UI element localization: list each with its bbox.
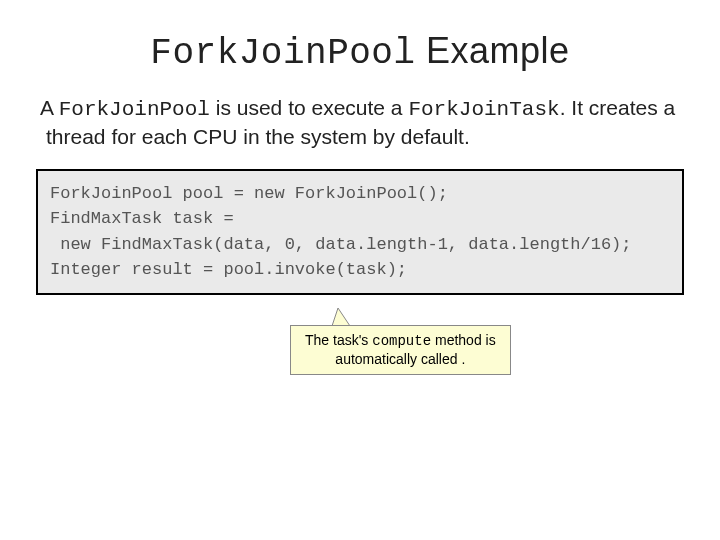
code-line: new FindMaxTask(data, 0, data.length-1, … [50,235,632,254]
callout-text: method is [431,332,496,348]
desc-mono: ForkJoinTask [408,98,559,121]
description: A ForkJoinPool is used to execute a Fork… [40,94,680,151]
callout-text: The task's [305,332,372,348]
slide: ForkJoinPool Example A ForkJoinPool is u… [0,0,720,540]
code-block: ForkJoinPool pool = new ForkJoinPool(); … [36,169,684,295]
callout-mono: compute [372,333,431,349]
callout-wrap: The task's compute method is automatical… [290,325,511,375]
code-line: ForkJoinPool pool = new ForkJoinPool(); [50,184,448,203]
callout-text: automatically called . [335,351,465,367]
title-mono: ForkJoinPool [150,33,415,74]
code-line: FindMaxTask task = [50,209,234,228]
slide-title: ForkJoinPool Example [40,30,680,74]
desc-part: is used to execute a [210,96,408,119]
title-rest: Example [416,30,570,71]
code-line: Integer result = pool.invoke(task); [50,260,407,279]
svg-marker-0 [332,308,350,326]
desc-part: A [40,96,59,119]
callout-note: The task's compute method is automatical… [290,325,511,375]
desc-mono: ForkJoinPool [59,98,210,121]
